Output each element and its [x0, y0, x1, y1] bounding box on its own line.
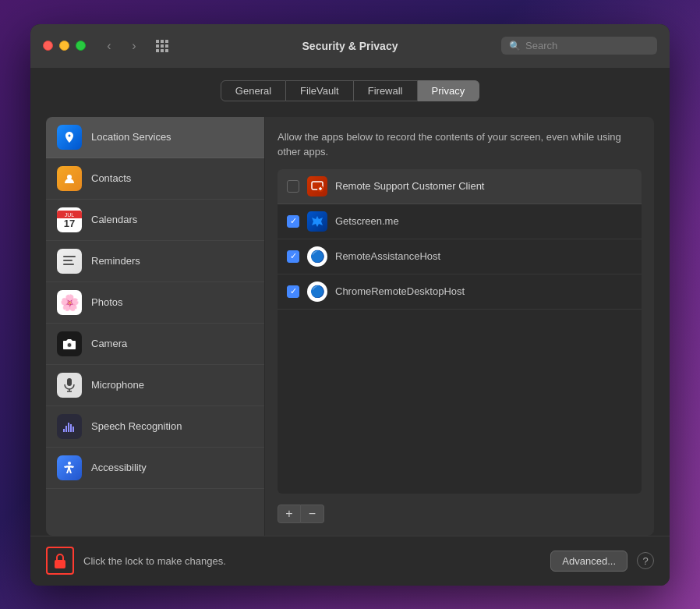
- app-row-remoteassistance[interactable]: ✓ 🔵 RemoteAssistanceHost: [278, 239, 642, 274]
- svg-rect-12: [72, 427, 74, 432]
- back-button[interactable]: ‹: [98, 35, 120, 57]
- svg-rect-10: [68, 423, 69, 432]
- sidebar-item-microphone[interactable]: Microphone: [46, 365, 264, 406]
- app-name-remote-support: Remote Support Customer Client: [335, 180, 484, 192]
- svg-rect-9: [65, 426, 67, 432]
- remove-app-button[interactable]: −: [301, 505, 324, 523]
- contacts-icon: [57, 166, 82, 191]
- svg-point-13: [68, 462, 71, 465]
- reminders-icon: [57, 249, 82, 274]
- sidebar-item-speech[interactable]: Speech Recognition: [46, 406, 264, 448]
- app-name-chrome-remote: ChromeRemoteDesktopHost: [335, 285, 465, 297]
- content-area: Location Services Contacts JUL 17 Calend…: [30, 111, 670, 536]
- sidebar-item-accessibility[interactable]: Accessibility: [46, 448, 264, 489]
- app-row-remote-support[interactable]: Remote Support Customer Client: [278, 169, 642, 204]
- app-checkbox-getscreen[interactable]: ✓: [287, 215, 299, 228]
- remoteassistance-app-icon: 🔵: [307, 246, 327, 267]
- search-icon: 🔍: [509, 41, 521, 51]
- svg-rect-3: [63, 264, 74, 265]
- svg-rect-2: [63, 260, 72, 261]
- add-app-button[interactable]: +: [278, 505, 301, 523]
- panel-description: Allow the apps below to record the conte…: [278, 129, 642, 160]
- sidebar-label-microphone: Microphone: [91, 379, 144, 391]
- tab-privacy[interactable]: Privacy: [418, 80, 480, 101]
- grid-icon: [156, 40, 168, 52]
- search-input[interactable]: [525, 40, 649, 51]
- svg-rect-1: [63, 256, 76, 257]
- getscreen-app-icon: [307, 211, 327, 232]
- traffic-lights: [43, 41, 86, 51]
- speech-icon: [57, 414, 82, 439]
- sidebar-label-location: Location Services: [91, 131, 171, 143]
- close-button[interactable]: [43, 41, 53, 51]
- app-checkbox-remoteassistance[interactable]: ✓: [287, 250, 299, 263]
- sidebar-item-photos[interactable]: 🌸 Photos: [46, 282, 264, 324]
- main-window: ‹ › Security & Privacy 🔍 General FileVau…: [30, 24, 670, 586]
- remote-support-app-icon: [307, 176, 327, 197]
- cal-day: 17: [64, 218, 75, 228]
- list-action-buttons: + −: [278, 505, 642, 523]
- svg-point-4: [67, 342, 72, 347]
- tab-general[interactable]: General: [221, 80, 286, 101]
- app-row-chrome-remote[interactable]: ✓ 🔵 ChromeRemoteDesktopHost: [278, 274, 642, 310]
- help-button[interactable]: ?: [637, 552, 654, 569]
- search-box[interactable]: 🔍: [501, 37, 657, 55]
- sidebar-item-location[interactable]: Location Services: [46, 117, 264, 158]
- sidebar-item-reminders[interactable]: Reminders: [46, 241, 264, 282]
- grid-button[interactable]: [151, 35, 173, 57]
- sidebar-label-speech: Speech Recognition: [91, 420, 182, 432]
- sidebar-label-calendars: Calendars: [91, 214, 137, 225]
- app-checkbox-remote-support[interactable]: [287, 180, 299, 193]
- svg-rect-11: [70, 424, 72, 432]
- sidebar-item-contacts[interactable]: Contacts: [46, 158, 264, 200]
- sidebar: Location Services Contacts JUL 17 Calend…: [46, 117, 264, 536]
- main-panel: Allow the apps below to record the conte…: [264, 117, 654, 536]
- calendars-icon: JUL 17: [57, 207, 82, 232]
- sidebar-item-calendars[interactable]: JUL 17 Calendars: [46, 200, 264, 241]
- sidebar-label-contacts: Contacts: [91, 172, 131, 184]
- footer: Click the lock to make changes. Advanced…: [30, 536, 670, 586]
- tab-firewall[interactable]: Firewall: [354, 80, 418, 101]
- maximize-button[interactable]: [76, 41, 86, 51]
- minimize-button[interactable]: [59, 41, 69, 51]
- accessibility-icon: [57, 455, 82, 480]
- app-checkbox-chrome-remote[interactable]: ✓: [287, 285, 299, 298]
- location-icon: [57, 125, 82, 150]
- svg-rect-16: [55, 560, 65, 568]
- svg-rect-8: [63, 429, 65, 432]
- sidebar-label-photos: Photos: [91, 296, 122, 308]
- microphone-icon: [57, 373, 82, 398]
- lock-text: Click the lock to make changes.: [83, 555, 541, 567]
- lock-button[interactable]: [46, 547, 74, 575]
- sidebar-item-camera[interactable]: Camera: [46, 324, 264, 365]
- titlebar: ‹ › Security & Privacy 🔍: [30, 24, 670, 68]
- sidebar-label-camera: Camera: [91, 338, 127, 349]
- tabs-row: General FileVault Firewall Privacy: [30, 68, 670, 111]
- sidebar-label-accessibility: Accessibility: [91, 462, 147, 473]
- advanced-button[interactable]: Advanced...: [550, 551, 628, 572]
- app-row-getscreen[interactable]: ✓ Getscreen.me: [278, 204, 642, 239]
- app-name-remoteassistance: RemoteAssistanceHost: [335, 250, 440, 262]
- svg-rect-5: [67, 378, 72, 386]
- camera-icon: [57, 331, 82, 356]
- tab-filevault[interactable]: FileVault: [286, 80, 354, 101]
- nav-buttons: ‹ ›: [98, 35, 145, 57]
- chrome-remote-app-icon: 🔵: [307, 281, 327, 302]
- window-title: Security & Privacy: [302, 40, 398, 52]
- sidebar-label-reminders: Reminders: [91, 255, 140, 267]
- app-name-getscreen: Getscreen.me: [335, 215, 399, 227]
- photos-icon: 🌸: [57, 290, 82, 315]
- apps-list: Remote Support Customer Client ✓ Getscre…: [278, 169, 642, 494]
- forward-button[interactable]: ›: [123, 35, 145, 57]
